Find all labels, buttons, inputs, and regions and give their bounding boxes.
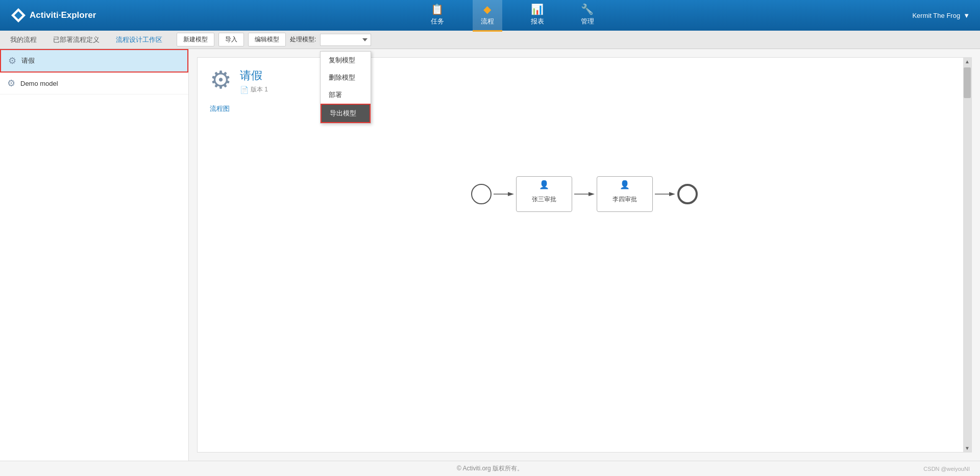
content-title: 请假 bbox=[240, 68, 268, 83]
svg-marker-3 bbox=[508, 192, 514, 196]
user-menu[interactable]: Kermit The Frog ▼ bbox=[912, 12, 970, 19]
content-header: ⚙ 请假 📄 版本 1 bbox=[198, 58, 971, 100]
logo-icon bbox=[10, 7, 27, 23]
import-button[interactable]: 导入 bbox=[218, 33, 244, 46]
nav-admin-label: 管理 bbox=[581, 17, 594, 26]
dropdown-copy[interactable]: 复制模型 bbox=[321, 52, 371, 69]
content-title-block: 请假 📄 版本 1 bbox=[240, 68, 268, 94]
task-user-icon-2: 👤 bbox=[620, 180, 630, 189]
user-name: Kermit The Frog bbox=[912, 12, 960, 19]
dropdown-menu: 复制模型 删除模型 部署 导出模型 bbox=[320, 51, 371, 124]
diagram-link[interactable]: 流程图 bbox=[198, 100, 971, 117]
process-model-label: 处理模型: bbox=[290, 35, 316, 44]
nav-center: 📋 任务 ◆ 流程 📊 报表 🔧 管理 bbox=[112, 0, 912, 32]
flow-icon: ◆ bbox=[483, 3, 491, 15]
sidebar-item-qingjia[interactable]: ⚙ 请假 bbox=[0, 49, 188, 73]
sidebar: ⚙ 请假 ⚙ Demo model bbox=[0, 49, 189, 461]
flow-task-1: 👤 张三审批 bbox=[516, 176, 572, 212]
new-model-button[interactable]: 新建模型 bbox=[177, 33, 214, 46]
sidebar-item-label-qingjia: 请假 bbox=[21, 56, 35, 65]
dropdown-delete[interactable]: 删除模型 bbox=[321, 69, 371, 86]
dropdown-export[interactable]: 导出模型 bbox=[321, 104, 371, 123]
content-area: ⚙ 请假 📄 版本 1 流程图 bbox=[189, 49, 980, 461]
flow-arrow-1 bbox=[492, 189, 516, 199]
main-layout: ⚙ 请假 ⚙ Demo model ⚙ 请假 📄 版本 1 流程图 bbox=[0, 49, 980, 461]
arrow-svg-3 bbox=[655, 189, 675, 199]
sidebar-item-demo[interactable]: ⚙ Demo model bbox=[0, 73, 188, 94]
scroll-down-arrow[interactable]: ▼ bbox=[964, 444, 971, 452]
content-gear-icon: ⚙ bbox=[210, 68, 232, 92]
toolbar-area: 新建模型 导入 编辑模型 处理模型: 复制模型 删除模型 部署 导出模型 bbox=[177, 33, 371, 46]
logo-text: Activiti·Explorer bbox=[30, 10, 96, 20]
flow-diagram: 👤 张三审批 👤 李四审批 bbox=[471, 176, 698, 212]
copy-icon: 📄 bbox=[240, 86, 249, 94]
sub-nav-design[interactable]: 流程设计工作区 bbox=[114, 31, 164, 49]
scrollbar[interactable]: ▲ ▼ bbox=[963, 58, 971, 452]
nav-flow-label: 流程 bbox=[481, 17, 494, 26]
nav-reports-label: 报表 bbox=[531, 17, 544, 26]
scroll-thumb[interactable] bbox=[964, 67, 971, 98]
task-user-icon-1: 👤 bbox=[539, 180, 549, 189]
user-dropdown-arrow: ▼ bbox=[963, 12, 970, 19]
nav-flow[interactable]: ◆ 流程 bbox=[473, 0, 502, 32]
diagram-area: 👤 张三审批 👤 李四审批 bbox=[198, 117, 971, 271]
footer-copyright: © Activiti.org 版权所有。 bbox=[457, 464, 523, 473]
arrow-svg-2 bbox=[574, 189, 595, 199]
flow-end-event bbox=[677, 184, 698, 204]
version-text: 版本 1 bbox=[251, 85, 268, 94]
nav-tasks-label: 任务 bbox=[431, 17, 444, 26]
scroll-up-arrow[interactable]: ▲ bbox=[964, 58, 971, 65]
svg-marker-7 bbox=[669, 192, 675, 196]
sidebar-gear-icon-2: ⚙ bbox=[7, 78, 15, 89]
flow-arrow-3 bbox=[653, 189, 677, 199]
process-model-select[interactable] bbox=[320, 34, 371, 46]
top-navigation: Activiti·Explorer 📋 任务 ◆ 流程 📊 报表 🔧 管理 Ke… bbox=[0, 0, 980, 31]
task-2-label: 李四审批 bbox=[612, 195, 637, 204]
flow-start-event bbox=[471, 184, 492, 204]
arrow-svg-1 bbox=[494, 189, 514, 199]
nav-tasks[interactable]: 📋 任务 bbox=[423, 0, 452, 32]
tasks-icon: 📋 bbox=[431, 3, 444, 15]
content-version: 📄 版本 1 bbox=[240, 85, 268, 94]
reports-icon: 📊 bbox=[531, 3, 544, 15]
footer-credit: CSDN @weiyouNI bbox=[923, 466, 970, 472]
sub-navigation: 我的流程 已部署流程定义 流程设计工作区 新建模型 导入 编辑模型 处理模型: … bbox=[0, 31, 980, 49]
sidebar-item-label-demo: Demo model bbox=[20, 80, 58, 87]
sidebar-gear-icon-1: ⚙ bbox=[8, 55, 16, 66]
edit-model-button[interactable]: 编辑模型 bbox=[248, 33, 286, 46]
nav-admin[interactable]: 🔧 管理 bbox=[573, 0, 602, 32]
admin-icon: 🔧 bbox=[581, 3, 594, 15]
flow-task-2: 👤 李四审批 bbox=[597, 176, 653, 212]
task-1-label: 张三审批 bbox=[532, 195, 556, 204]
nav-reports[interactable]: 📊 报表 bbox=[523, 0, 552, 32]
flow-arrow-2 bbox=[572, 189, 597, 199]
content-panel: ⚙ 请假 📄 版本 1 流程图 bbox=[197, 57, 972, 453]
logo: Activiti·Explorer bbox=[10, 7, 112, 23]
footer: © Activiti.org 版权所有。 CSDN @weiyouNI bbox=[0, 461, 980, 476]
sub-nav-my-flow[interactable]: 我的流程 bbox=[8, 31, 39, 49]
dropdown-deploy[interactable]: 部署 bbox=[321, 86, 371, 104]
svg-marker-5 bbox=[589, 192, 595, 196]
sub-nav-deployed[interactable]: 已部署流程定义 bbox=[51, 31, 102, 49]
